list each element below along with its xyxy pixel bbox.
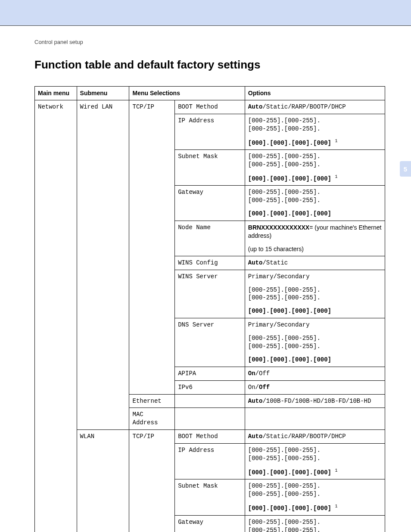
sel-gateway-wlan: Gateway [175, 515, 245, 532]
sel-mac: MAC Address [129, 408, 175, 430]
opt-node-limit: (up to 15 characters) [245, 243, 385, 256]
sel-node: Node Name [175, 221, 245, 256]
chapter-tab: 5 [400, 161, 411, 177]
opt-node-name: BRNXXXXXXXXXXXX= (your machine's Etherne… [245, 221, 385, 243]
col-main-menu: Main menu [35, 87, 77, 100]
table-row: WLAN TCP/IP BOOT Method Auto/Static/RARP… [35, 430, 385, 444]
sel-ipv6: IPv6 [175, 380, 245, 394]
sel-boot: BOOT Method [175, 100, 245, 114]
opt-boot: Auto/Static/RARP/BOOTP/DHCP [245, 100, 385, 114]
opt-gw-range: [000-255].[000-255]. [000-255].[000-255]… [245, 186, 385, 207]
opt-ip-range: [000-255].[000-255]. [000-255].[000-255]… [245, 114, 385, 135]
function-table: Main menu Submenu Menu Selections Option… [34, 86, 385, 532]
col-menu-selections: Menu Selections [129, 87, 245, 100]
table-header-row: Main menu Submenu Menu Selections Option… [35, 87, 385, 100]
sel-ethernet-blank [175, 394, 245, 408]
sel-winscfg: WINS Config [175, 256, 245, 270]
opt-apipa: On/Off [245, 367, 385, 380]
opt-gw-zero: [000].[000].[000].[000] [245, 207, 385, 221]
col-submenu: Submenu [77, 87, 129, 100]
sel-subnet-wlan: Subnet Mask [175, 479, 245, 515]
sub-wired: Wired LAN [77, 100, 129, 429]
sub-wlan: WLAN [77, 430, 129, 532]
sel-gateway: Gateway [175, 186, 245, 221]
opt-dns-prim: Primary/Secondary [245, 318, 385, 332]
table-row: Network Wired LAN TCP/IP BOOT Method Aut… [35, 100, 385, 114]
opt-mac [245, 408, 385, 430]
opt-dns-range: [000-255].[000-255]. [000-255].[000-255]… [245, 332, 385, 353]
opt-winscfg: Auto/Static [245, 256, 385, 270]
opt-ethernet: Auto/100B-FD/100B-HD/10B-FD/10B-HD [245, 394, 385, 408]
opt-subnet-range: [000-255].[000-255]. [000-255].[000-255]… [245, 150, 385, 171]
opt-wins-range: [000-255].[000-255]. [000-255].[000-255]… [245, 283, 385, 305]
sel-apipa: APIPA [175, 367, 245, 380]
opt-ip-zero-wlan: [000].[000].[000].[000] 1 [245, 465, 385, 479]
opt-ipv6: On/Off [245, 380, 385, 394]
page-title: Function table and default factory setti… [34, 58, 385, 72]
sel-winssrv: WINS Server [175, 270, 245, 318]
opt-wins-zero: [000].[000].[000].[000] [245, 305, 385, 318]
opt-subnet-zero: [000].[000].[000].[000] 1 [245, 171, 385, 186]
sel-ip: IP Address [175, 114, 245, 149]
opt-boot-wlan: Auto/Static/RARP/BOOTP/DHCP [245, 430, 385, 444]
opt-subnet-zero-wlan: [000].[000].[000].[000] 1 [245, 501, 385, 515]
opt-wins-prim: Primary/Secondary [245, 270, 385, 283]
sel-tcpip-wlan: TCP/IP [129, 430, 175, 532]
sel-mac-blank [175, 408, 245, 430]
sel-dnssrv: DNS Server [175, 318, 245, 367]
breadcrumb: Control panel setup [34, 39, 385, 45]
sel-subnet: Subnet Mask [175, 150, 245, 186]
header-band [0, 0, 411, 26]
col-options: Options [245, 87, 385, 100]
main-network: Network [35, 100, 77, 532]
opt-ip-range-wlan: [000-255].[000-255]. [000-255].[000-255]… [245, 444, 385, 465]
sel-ethernet: Ethernet [129, 394, 175, 408]
opt-dns-zero: [000].[000].[000].[000] [245, 353, 385, 367]
sel-tcpip: TCP/IP [129, 100, 175, 394]
opt-ip-zero: [000].[000].[000].[000] 1 [245, 136, 385, 150]
sel-ip-wlan: IP Address [175, 444, 245, 479]
opt-gw-range-wlan: [000-255].[000-255]. [000-255].[000-255]… [245, 515, 385, 532]
sel-boot-wlan: BOOT Method [175, 430, 245, 444]
opt-subnet-range-wlan: [000-255].[000-255]. [000-255].[000-255]… [245, 479, 385, 501]
